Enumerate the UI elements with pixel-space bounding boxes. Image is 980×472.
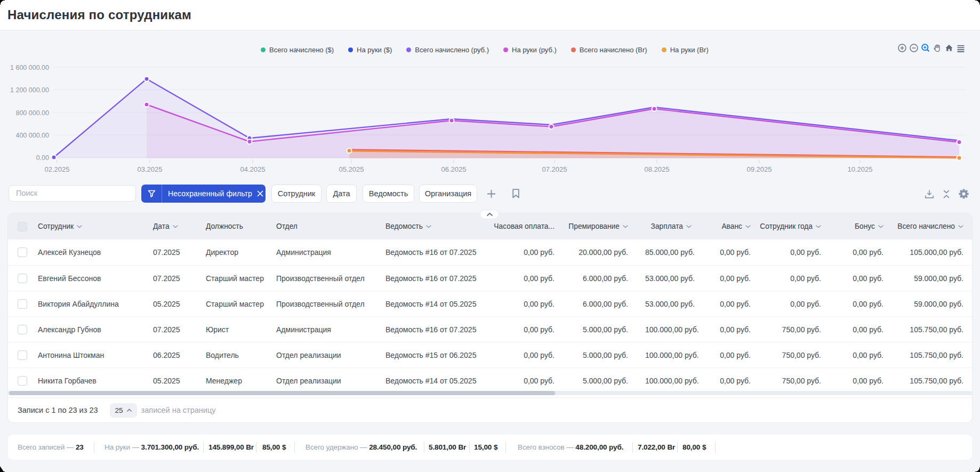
svg-text:06.2025: 06.2025: [441, 165, 467, 173]
svg-text:07.2025: 07.2025: [542, 165, 567, 173]
svg-text:04.2025: 04.2025: [240, 165, 266, 173]
svg-text:0.00: 0.00: [36, 154, 49, 162]
svg-text:09.2025: 09.2025: [747, 165, 772, 173]
svg-text:02.2025: 02.2025: [45, 165, 70, 173]
svg-text:1 200 000.00: 1 200 000.00: [10, 86, 49, 94]
svg-text:08.2025: 08.2025: [645, 165, 670, 173]
svg-text:1 600 000.00: 1 600 000.00: [10, 64, 49, 71]
svg-text:10.2025: 10.2025: [848, 165, 873, 173]
svg-text:03.2025: 03.2025: [138, 165, 163, 173]
svg-text:05.2025: 05.2025: [339, 165, 364, 173]
svg-text:400 000.00: 400 000.00: [15, 132, 49, 139]
svg-text:800 000.00: 800 000.00: [15, 109, 49, 117]
